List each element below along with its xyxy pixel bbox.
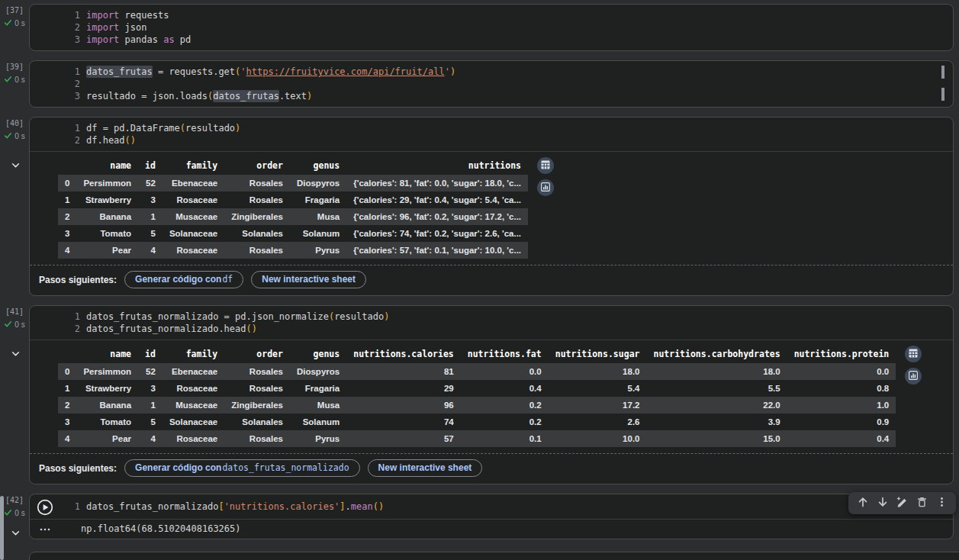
execution-count: [40] [5, 119, 24, 127]
cell-row-41: [41]0 s1datos_frutas_normalizado = pd.js… [0, 305, 959, 484]
code-editor[interactable]: 1datos_frutas_normalizado = pd.json_norm… [30, 306, 953, 340]
table-cell: Solanaceae [163, 225, 224, 242]
colab-notebook: [37]0 s1import requests2import json3impo… [0, 0, 959, 560]
cell-row-39: [39]0 s1datos_frutas = requests.get('htt… [0, 60, 959, 108]
code-token: df.head [86, 134, 125, 146]
line-number: 1 [30, 66, 86, 78]
table-cell: 0 [58, 175, 76, 191]
interactive-table-button[interactable] [537, 157, 554, 174]
next-cell-partial[interactable] [29, 552, 959, 560]
code-token: datos_frutas [86, 66, 153, 78]
next-step-button[interactable]: New interactive sheet [368, 459, 483, 477]
table-cell: Rosaceae [163, 242, 224, 259]
code-token: ) [307, 90, 312, 102]
run-time: 0 s [14, 509, 24, 517]
notebook-cells: [37]0 s1import requests2import json3impo… [0, 4, 959, 558]
table-cell: 1 [58, 191, 76, 208]
more-vert-icon [936, 496, 948, 510]
collapse-output-button[interactable] [8, 527, 22, 538]
table-header-row: nameidfamilyordergenusnutritions [58, 156, 528, 175]
output-action-buttons [905, 345, 922, 385]
code-editor[interactable]: 1datos_frutas_normalizado['nutritions.ca… [30, 494, 953, 519]
cell-gutter: [40]0 s [0, 117, 29, 296]
page-scrollbar[interactable] [0, 496, 4, 560]
table-cell: 0 [58, 363, 76, 380]
table-cell: 0.4 [461, 380, 549, 397]
table-cell: Pear [76, 242, 138, 259]
table-cell: 3 [138, 380, 163, 397]
check-icon [4, 317, 12, 331]
code-line: 2datos_frutas_normalizado.head() [30, 323, 953, 335]
table-cell: 18.0 [549, 363, 647, 380]
run-status: 0 s [4, 129, 24, 143]
run-cell-button[interactable] [37, 499, 53, 516]
code-token: import [86, 21, 119, 34]
table-cell: Rosales [224, 175, 290, 191]
code-token: datos_frutas [213, 90, 279, 102]
table-cell: 4 [58, 242, 76, 259]
code-token: ' [240, 66, 246, 78]
check-icon [4, 506, 12, 520]
code-token: . [346, 500, 351, 513]
next-step-button[interactable]: Generar código con datos_frutas_normaliz… [124, 459, 360, 477]
column-header: genus [290, 156, 346, 175]
table-row: 4Pear4RosaceaeRosalesPyrus{'calories': 5… [58, 242, 528, 259]
edit-cell-ai-button[interactable] [895, 496, 909, 510]
table-cell: 0.0 [787, 363, 896, 380]
table-cell: 4 [138, 242, 163, 259]
code-cell: 1datos_frutas_normalizado['nutritions.ca… [29, 494, 954, 539]
table-cell: Musaceae [163, 397, 224, 414]
table-cell: Solanaceae [163, 414, 224, 430]
code-editor[interactable]: 1datos_frutas = requests.get('https://fr… [30, 61, 953, 107]
execution-count: [41] [5, 307, 24, 316]
table-cell: Solanum [290, 225, 346, 242]
table-cell: 81 [346, 363, 461, 380]
code-token: datos_frutas_normalizado [86, 500, 218, 513]
code-line: 1df = pd.DataFrame(resultado) [30, 122, 953, 134]
code-cell: 1datos_frutas_normalizado = pd.json_norm… [29, 305, 954, 484]
code-editor[interactable]: 1df = pd.DataFrame(resultado)2df.head() [30, 117, 953, 151]
table-cell: Rosales [224, 363, 290, 380]
table-cell: 2 [58, 208, 76, 225]
chart-suggestion-button[interactable] [905, 368, 922, 385]
collapse-output-button[interactable] [8, 159, 22, 170]
column-header: order [224, 345, 290, 363]
chart-icon [541, 182, 550, 194]
code-token: () [246, 323, 257, 335]
code-line: 3resultado = json.loads(datos_frutas.tex… [30, 90, 953, 102]
code-editor[interactable]: 1import requests2import json3import pand… [30, 5, 953, 50]
table-cell: Zingiberales [224, 397, 290, 414]
table-cell: Fragaria [290, 191, 346, 208]
column-header: nutritions.carbohydrates [646, 345, 787, 363]
code-token: ) [450, 66, 455, 78]
code-cell: 1import requests2import json3import pand… [29, 4, 954, 51]
table-cell: 4 [138, 430, 163, 447]
move-cell-up-button[interactable] [855, 496, 870, 510]
more-actions-button[interactable] [935, 496, 949, 510]
interactive-table-button[interactable] [905, 346, 922, 362]
line-number: 2 [30, 78, 86, 90]
table-cell: Pear [76, 430, 138, 447]
table-cell: Ebenaceae [163, 175, 224, 191]
column-header: nutritions.fat [461, 345, 549, 363]
interactive-table-icon [541, 160, 550, 172]
code-cell: 1datos_frutas = requests.get('https://fr… [29, 60, 954, 108]
table-cell: 0.1 [461, 430, 549, 447]
code-token: requests [119, 9, 169, 21]
overview-ruler-mark [941, 88, 945, 101]
chart-suggestion-button[interactable] [537, 179, 554, 196]
interactive-table-icon [909, 349, 918, 360]
table-cell: Fragaria [290, 380, 346, 397]
table-cell: Banana [76, 208, 138, 225]
move-cell-down-button[interactable] [875, 496, 890, 510]
table-cell: Tomato [76, 414, 138, 430]
collapse-output-button[interactable] [8, 348, 22, 359]
table-cell: 18.0 [646, 363, 787, 380]
table-cell: Persimmon [76, 363, 138, 380]
button-label: New interactive sheet [262, 274, 356, 285]
next-steps-label: Pasos siguientes: [39, 463, 117, 474]
next-step-button[interactable]: New interactive sheet [251, 271, 366, 288]
run-time: 0 s [14, 320, 24, 329]
delete-cell-button[interactable] [915, 496, 929, 510]
next-step-button[interactable]: Generar código con df [124, 271, 243, 288]
